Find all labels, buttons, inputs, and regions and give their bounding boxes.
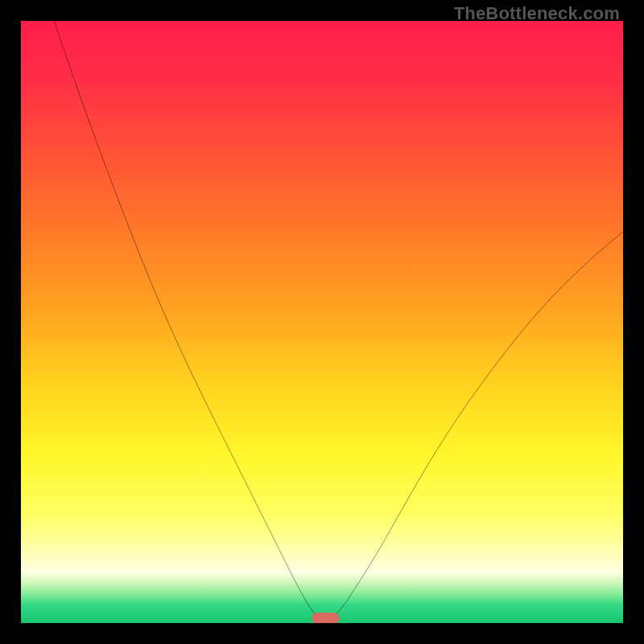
bottleneck-curve	[21, 21, 623, 623]
plot-area	[21, 21, 623, 623]
optimum-marker	[312, 613, 339, 623]
chart-frame: TheBottleneck.com	[0, 0, 644, 644]
